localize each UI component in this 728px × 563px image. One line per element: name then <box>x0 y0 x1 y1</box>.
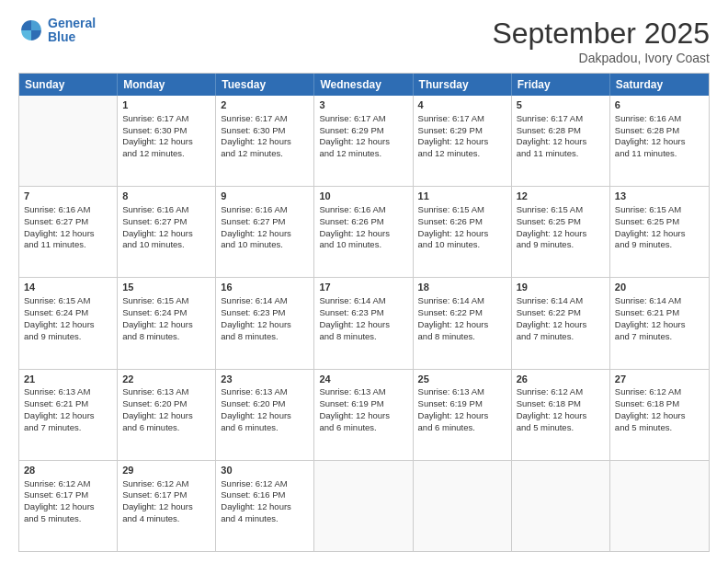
day-info: and 5 minutes. <box>615 422 704 434</box>
day-info: and 10 minutes. <box>319 239 407 251</box>
day-info: Sunset: 6:28 PM <box>615 125 704 137</box>
day-info: Daylight: 12 hours <box>418 136 506 148</box>
day-cell-15: 15Sunrise: 6:15 AMSunset: 6:24 PMDayligh… <box>118 278 216 368</box>
day-info: and 12 minutes. <box>221 148 309 160</box>
day-info: Sunrise: 6:16 AM <box>24 204 112 216</box>
day-number: 20 <box>615 281 704 294</box>
day-cell-6: 6Sunrise: 6:16 AMSunset: 6:28 PMDaylight… <box>610 96 709 186</box>
day-number: 17 <box>319 281 407 294</box>
day-info: Sunset: 6:22 PM <box>418 307 506 319</box>
day-number: 11 <box>418 190 506 203</box>
day-info: Sunset: 6:27 PM <box>221 216 309 228</box>
logo-text: General Blue <box>48 17 96 45</box>
logo: General Blue <box>18 17 96 45</box>
day-info: Sunrise: 6:16 AM <box>221 204 309 216</box>
day-number: 12 <box>517 190 605 203</box>
day-info: Sunrise: 6:17 AM <box>319 113 407 125</box>
day-info: Sunset: 6:22 PM <box>517 307 605 319</box>
day-info: Sunrise: 6:14 AM <box>221 295 309 307</box>
day-number: 27 <box>615 373 704 386</box>
day-info: Daylight: 12 hours <box>122 410 210 422</box>
logo-icon <box>18 17 44 43</box>
day-info: and 10 minutes. <box>122 239 210 251</box>
day-info: and 8 minutes. <box>221 331 309 343</box>
day-info: Sunset: 6:21 PM <box>24 398 112 410</box>
day-cell-14: 14Sunrise: 6:15 AMSunset: 6:24 PMDayligh… <box>19 278 118 368</box>
day-info: and 5 minutes. <box>24 513 112 525</box>
day-info: Sunrise: 6:17 AM <box>517 113 605 125</box>
header-cell-tuesday: Tuesday <box>216 74 314 96</box>
day-info: Sunrise: 6:13 AM <box>319 386 407 398</box>
day-cell-19: 19Sunrise: 6:14 AMSunset: 6:22 PMDayligh… <box>512 278 610 368</box>
day-info: Sunset: 6:17 PM <box>122 489 210 501</box>
day-info: Sunrise: 6:16 AM <box>122 204 210 216</box>
day-cell-16: 16Sunrise: 6:14 AMSunset: 6:23 PMDayligh… <box>216 278 314 368</box>
day-info: Sunrise: 6:14 AM <box>319 295 407 307</box>
calendar-row-1: 1Sunrise: 6:17 AMSunset: 6:30 PMDaylight… <box>19 96 709 186</box>
day-info: Daylight: 12 hours <box>517 319 605 331</box>
day-info: and 7 minutes. <box>615 331 704 343</box>
day-cell-5: 5Sunrise: 6:17 AMSunset: 6:28 PMDaylight… <box>512 96 610 186</box>
day-info: Daylight: 12 hours <box>615 228 704 240</box>
day-cell-7: 7Sunrise: 6:16 AMSunset: 6:27 PMDaylight… <box>19 187 118 277</box>
day-number: 19 <box>517 281 605 294</box>
day-number: 2 <box>221 98 309 112</box>
day-info: Daylight: 12 hours <box>221 501 309 513</box>
day-info: Daylight: 12 hours <box>319 319 407 331</box>
day-info: Sunrise: 6:17 AM <box>122 113 210 125</box>
day-info: and 4 minutes. <box>122 513 210 525</box>
day-number: 14 <box>24 281 112 294</box>
day-info: and 6 minutes. <box>221 422 309 434</box>
day-info: and 6 minutes. <box>319 422 407 434</box>
day-info: and 8 minutes. <box>319 331 407 343</box>
day-info: Sunset: 6:20 PM <box>221 398 309 410</box>
day-cell-12: 12Sunrise: 6:15 AMSunset: 6:25 PMDayligh… <box>512 187 610 277</box>
day-cell-2: 2Sunrise: 6:17 AMSunset: 6:30 PMDaylight… <box>216 96 314 186</box>
day-info: Sunrise: 6:12 AM <box>122 478 210 490</box>
day-cell-30: 30Sunrise: 6:12 AMSunset: 6:16 PMDayligh… <box>216 461 314 551</box>
day-info: Sunset: 6:18 PM <box>615 398 704 410</box>
day-info: Daylight: 12 hours <box>418 228 506 240</box>
day-info: Sunrise: 6:12 AM <box>221 478 309 490</box>
day-info: and 9 minutes. <box>517 239 605 251</box>
day-cell-18: 18Sunrise: 6:14 AMSunset: 6:22 PMDayligh… <box>414 278 512 368</box>
day-info: Daylight: 12 hours <box>24 501 112 513</box>
day-info: Daylight: 12 hours <box>122 501 210 513</box>
day-info: and 5 minutes. <box>517 422 605 434</box>
day-info: Sunrise: 6:12 AM <box>517 386 605 398</box>
day-number: 10 <box>319 190 407 203</box>
day-info: Daylight: 12 hours <box>24 228 112 240</box>
empty-cell <box>314 461 413 551</box>
empty-cell <box>512 461 610 551</box>
day-number: 9 <box>221 190 309 203</box>
day-info: and 12 minutes. <box>418 148 506 160</box>
day-info: Daylight: 12 hours <box>418 319 506 331</box>
day-info: Sunrise: 6:13 AM <box>418 386 506 398</box>
empty-cell <box>414 461 512 551</box>
day-info: Sunset: 6:29 PM <box>319 125 407 137</box>
day-info: Sunset: 6:21 PM <box>615 307 704 319</box>
day-cell-1: 1Sunrise: 6:17 AMSunset: 6:30 PMDaylight… <box>118 96 216 186</box>
day-cell-27: 27Sunrise: 6:12 AMSunset: 6:18 PMDayligh… <box>610 370 709 460</box>
day-info: Sunrise: 6:13 AM <box>122 386 210 398</box>
day-info: Sunrise: 6:17 AM <box>221 113 309 125</box>
header-cell-thursday: Thursday <box>414 74 512 96</box>
header: General Blue September 2025 Dakpadou, Iv… <box>18 17 710 65</box>
day-info: Daylight: 12 hours <box>319 228 407 240</box>
day-info: Sunset: 6:29 PM <box>418 125 506 137</box>
day-cell-13: 13Sunrise: 6:15 AMSunset: 6:25 PMDayligh… <box>610 187 709 277</box>
day-info: Sunset: 6:23 PM <box>221 307 309 319</box>
day-number: 29 <box>122 464 210 477</box>
day-cell-20: 20Sunrise: 6:14 AMSunset: 6:21 PMDayligh… <box>610 278 709 368</box>
day-info: and 11 minutes. <box>517 148 605 160</box>
title-block: September 2025 Dakpadou, Ivory Coast <box>492 17 710 65</box>
day-cell-17: 17Sunrise: 6:14 AMSunset: 6:23 PMDayligh… <box>314 278 413 368</box>
day-cell-11: 11Sunrise: 6:15 AMSunset: 6:26 PMDayligh… <box>414 187 512 277</box>
day-number: 24 <box>319 373 407 386</box>
calendar-body: 1Sunrise: 6:17 AMSunset: 6:30 PMDaylight… <box>19 96 709 551</box>
day-info: Sunset: 6:17 PM <box>24 489 112 501</box>
day-number: 1 <box>122 98 210 112</box>
day-info: Daylight: 12 hours <box>122 319 210 331</box>
day-info: and 7 minutes. <box>517 331 605 343</box>
day-number: 7 <box>24 190 112 203</box>
